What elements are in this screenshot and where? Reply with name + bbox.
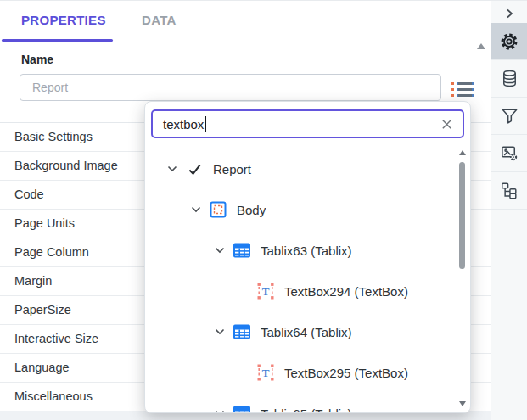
tree-icon-slot — [233, 323, 250, 340]
tree-item[interactable]: Tablix65 (Tablix) — [145, 393, 457, 412]
sidebar-items — [491, 23, 527, 210]
clear-search-button[interactable] — [439, 116, 454, 132]
scrollbar-thumb[interactable] — [459, 162, 465, 269]
tree-item-label: Body — [237, 203, 266, 217]
chevron-down-icon[interactable] — [213, 406, 227, 412]
tablix-icon — [233, 323, 250, 340]
scroll-down-arrow[interactable] — [459, 401, 466, 406]
property-row-label: Miscellaneous — [14, 389, 93, 403]
tree-icon-slot — [210, 201, 227, 218]
tree-item[interactable]: Tablix63 (Tablix) — [145, 230, 457, 271]
tree-item-label: TextBox295 (TextBox) — [284, 366, 408, 380]
tab-data[interactable]: DATA — [142, 13, 177, 27]
element-list-button[interactable] — [449, 78, 478, 100]
chevron-down-icon[interactable] — [189, 203, 203, 216]
hierarchy-icon — [500, 182, 519, 200]
tool-sidebar — [491, 1, 527, 420]
tree-item-label: Tablix65 (Tablix) — [261, 406, 352, 413]
tree-item[interactable]: Tablix64 (Tablix) — [145, 311, 457, 352]
dropdown-scrollbar[interactable] — [457, 150, 468, 406]
chevron-down-icon[interactable] — [213, 244, 227, 257]
text-cursor — [205, 116, 206, 132]
tree-item-label: Tablix64 (Tablix) — [261, 325, 352, 339]
textbox-icon: T — [257, 364, 274, 381]
property-row-label: Page Units — [14, 216, 75, 230]
chevron-slot — [162, 162, 186, 176]
property-row-label: Basic Settings — [14, 130, 93, 143]
element-picker-dropdown: textbox Report Body — [144, 101, 471, 413]
list-icon — [451, 82, 475, 85]
sidebar-item-hierarchy[interactable] — [491, 172, 527, 210]
panel-scroll-up-arrow[interactable] — [477, 43, 485, 49]
tree-item-label: Tablix63 (Tablix) — [261, 244, 352, 258]
collapse-panel-button[interactable] — [491, 3, 527, 23]
tree-icon-slot — [233, 242, 250, 259]
sidebar-item-filter[interactable] — [491, 98, 527, 135]
sidebar-item-data-source[interactable] — [491, 60, 527, 98]
tablix-icon — [233, 242, 250, 259]
element-tree: Report Body Tablix63 (Tablix) — [145, 148, 457, 412]
chevron-down-icon[interactable] — [213, 325, 227, 339]
tree-icon-slot — [233, 405, 250, 412]
tree-icon-slot — [186, 160, 203, 177]
filter-icon — [500, 106, 519, 126]
tab-bar: PROPERTIES DATA — [0, 1, 491, 42]
database-icon — [500, 69, 519, 88]
gear-icon — [499, 31, 519, 52]
svg-text:T: T — [262, 367, 270, 379]
tablix-icon — [233, 405, 250, 412]
element-search-input[interactable]: textbox — [151, 109, 464, 138]
body-section-icon — [210, 201, 227, 218]
tree-item-label: TextBox294 (TextBox) — [284, 284, 408, 299]
chevron-slot — [210, 325, 233, 339]
textbox-icon: T — [257, 283, 274, 300]
tree-item-label: Report — [213, 162, 251, 176]
sidebar-item-image-settings[interactable] — [491, 135, 527, 172]
property-row-label: Margin — [14, 274, 52, 288]
chevron-slot — [210, 244, 233, 257]
sidebar-item-settings[interactable] — [491, 23, 527, 60]
tree-icon-slot: T — [257, 364, 274, 381]
tree-item[interactable]: Report — [145, 148, 457, 189]
tab-properties[interactable]: PROPERTIES — [21, 13, 106, 27]
tree-item[interactable]: T TextBox295 (TextBox) — [145, 352, 457, 393]
close-icon — [440, 118, 453, 131]
property-row-label: PaperSize — [14, 303, 71, 316]
svg-text:T: T — [262, 285, 270, 298]
name-field-label: Name — [21, 53, 53, 66]
chevron-slot — [210, 406, 233, 412]
image-settings-icon — [500, 143, 519, 163]
name-input[interactable] — [20, 74, 441, 101]
chevron-right-icon — [502, 7, 516, 20]
tree-item[interactable]: T TextBox294 (TextBox) — [145, 271, 457, 311]
active-tab-underline — [2, 39, 113, 42]
property-row-label: Background Image — [14, 159, 118, 172]
search-input-value: textbox — [163, 117, 204, 132]
tree-item[interactable]: Body — [145, 189, 457, 230]
chevron-down-icon[interactable] — [165, 162, 179, 176]
property-row-label: Interactive Size — [14, 332, 98, 345]
scroll-up-arrow[interactable] — [459, 150, 466, 155]
property-row-label: Code — [14, 188, 44, 201]
property-row-label: Language — [14, 361, 70, 374]
chevron-slot — [186, 203, 210, 216]
tree-icon-slot: T — [257, 283, 274, 300]
property-row-label: Page Column — [14, 245, 89, 259]
report-check-icon — [187, 161, 203, 177]
